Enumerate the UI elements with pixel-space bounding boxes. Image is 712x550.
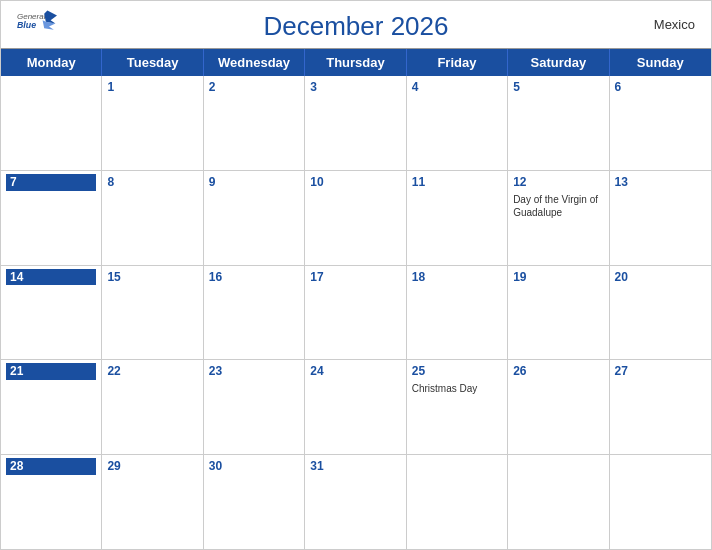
day-number: 31	[310, 458, 400, 475]
day-number: 22	[107, 363, 197, 380]
day-cell: 24	[305, 360, 406, 454]
country-label: Mexico	[654, 17, 695, 32]
day-number: 8	[107, 174, 197, 191]
week-row-4: 2122232425Christmas Day2627	[1, 360, 711, 455]
day-number: 27	[615, 363, 706, 380]
day-number: 19	[513, 269, 603, 286]
day-number: 25	[412, 363, 502, 380]
day-header-wednesday: Wednesday	[204, 49, 305, 76]
day-number: 16	[209, 269, 299, 286]
day-number: 4	[412, 79, 502, 96]
day-cell: 8	[102, 171, 203, 265]
day-number: 1	[107, 79, 197, 96]
day-cell: 15	[102, 266, 203, 360]
day-number: 20	[615, 269, 706, 286]
day-number: 28	[6, 458, 96, 475]
day-number: 10	[310, 174, 400, 191]
day-cell: 6	[610, 76, 711, 170]
day-number: 6	[615, 79, 706, 96]
day-cell: 23	[204, 360, 305, 454]
day-header-tuesday: Tuesday	[102, 49, 203, 76]
day-header-friday: Friday	[407, 49, 508, 76]
svg-marker-2	[44, 11, 57, 24]
day-number: 12	[513, 174, 603, 191]
day-number: 15	[107, 269, 197, 286]
day-header-saturday: Saturday	[508, 49, 609, 76]
day-cell: 25Christmas Day	[407, 360, 508, 454]
calendar-grid: MondayTuesdayWednesdayThursdayFridaySatu…	[1, 48, 711, 549]
day-cell	[407, 455, 508, 549]
calendar-container: General Blue December 2026 Mexico Monday…	[0, 0, 712, 550]
day-cell: 20	[610, 266, 711, 360]
day-cell: 31	[305, 455, 406, 549]
logo-area: General Blue	[17, 9, 57, 37]
day-number: 23	[209, 363, 299, 380]
day-cell: 14	[1, 266, 102, 360]
day-cell: 18	[407, 266, 508, 360]
day-cell	[1, 76, 102, 170]
day-cell: 22	[102, 360, 203, 454]
day-number: 3	[310, 79, 400, 96]
day-number: 13	[615, 174, 706, 191]
svg-text:Blue: Blue	[17, 20, 36, 30]
day-cell: 5	[508, 76, 609, 170]
calendar-header: General Blue December 2026 Mexico	[1, 1, 711, 48]
day-number: 17	[310, 269, 400, 286]
day-cell: 4	[407, 76, 508, 170]
week-row-1: 123456	[1, 76, 711, 171]
day-number: 7	[6, 174, 96, 191]
day-number: 26	[513, 363, 603, 380]
week-row-5: 28293031	[1, 455, 711, 549]
day-number: 18	[412, 269, 502, 286]
week-row-2: 789101112Day of the Virgin of Guadalupe1…	[1, 171, 711, 266]
calendar-title: December 2026	[264, 11, 449, 42]
day-cell: 7	[1, 171, 102, 265]
day-number: 9	[209, 174, 299, 191]
day-cell: 10	[305, 171, 406, 265]
day-number: 5	[513, 79, 603, 96]
day-cell	[610, 455, 711, 549]
day-header-thursday: Thursday	[305, 49, 406, 76]
day-number: 21	[6, 363, 96, 380]
day-cell: 1	[102, 76, 203, 170]
day-cell: 21	[1, 360, 102, 454]
day-header-sunday: Sunday	[610, 49, 711, 76]
week-row-3: 14151617181920	[1, 266, 711, 361]
day-number: 29	[107, 458, 197, 475]
day-cell: 12Day of the Virgin of Guadalupe	[508, 171, 609, 265]
weeks-container: 123456789101112Day of the Virgin of Guad…	[1, 76, 711, 549]
day-cell: 3	[305, 76, 406, 170]
day-cell: 17	[305, 266, 406, 360]
day-number: 2	[209, 79, 299, 96]
day-cell: 28	[1, 455, 102, 549]
logo-icon: General Blue	[17, 9, 57, 37]
day-number: 24	[310, 363, 400, 380]
day-number: 11	[412, 174, 502, 191]
holiday-label: Christmas Day	[412, 382, 502, 395]
day-cell: 26	[508, 360, 609, 454]
day-cell: 27	[610, 360, 711, 454]
day-cell: 2	[204, 76, 305, 170]
day-cell: 13	[610, 171, 711, 265]
day-cell: 29	[102, 455, 203, 549]
day-cell: 19	[508, 266, 609, 360]
holiday-label: Day of the Virgin of Guadalupe	[513, 193, 603, 219]
day-cell: 11	[407, 171, 508, 265]
day-cell: 9	[204, 171, 305, 265]
day-number: 30	[209, 458, 299, 475]
day-headers-row: MondayTuesdayWednesdayThursdayFridaySatu…	[1, 49, 711, 76]
day-number: 14	[6, 269, 96, 286]
day-cell: 16	[204, 266, 305, 360]
day-cell	[508, 455, 609, 549]
day-cell: 30	[204, 455, 305, 549]
day-header-monday: Monday	[1, 49, 102, 76]
